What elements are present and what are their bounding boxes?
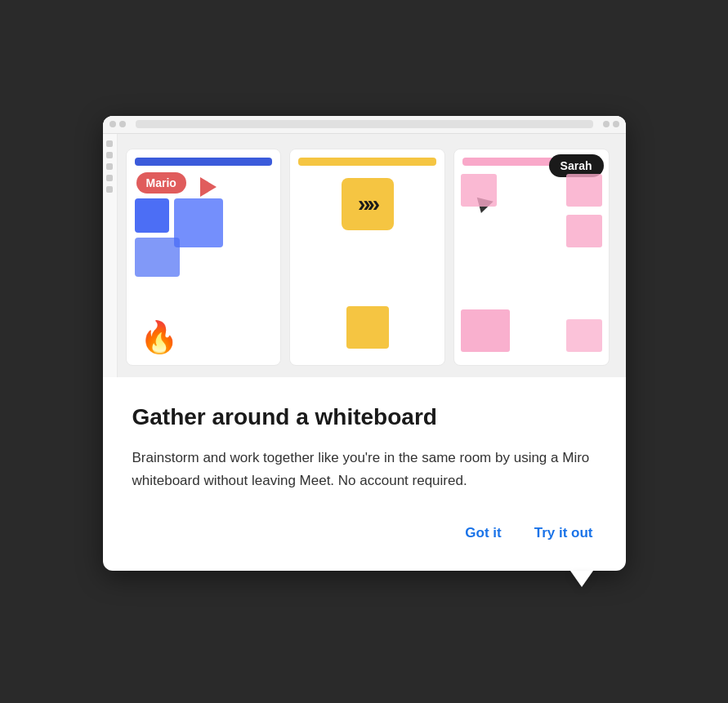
chrome-dot-3: [603, 121, 610, 127]
dialog-actions: Got it Try it out: [132, 518, 596, 548]
fire-sticker: 🔥: [140, 319, 178, 355]
whiteboard-panel-3: Sarah: [453, 149, 610, 366]
chrome-dot-2: [119, 121, 126, 127]
mario-label: Mario: [136, 172, 186, 194]
speech-bubble-tail: [570, 571, 593, 587]
got-it-button[interactable]: Got it: [462, 518, 504, 548]
dialog-content: Gather around a whiteboard Brainstorm an…: [103, 377, 626, 572]
miro-chevrons-icon: »»: [358, 191, 377, 217]
arrow-right-icon: [200, 177, 217, 197]
whiteboard-area: Mario 🔥 »» S: [103, 134, 626, 377]
whiteboard-panel-2: »»: [289, 149, 445, 366]
chrome-dot-1: [109, 121, 116, 127]
dialog-body: Brainstorm and work together like you're…: [132, 447, 596, 492]
dialog-title: Gather around a whiteboard: [132, 403, 596, 431]
pink-sticky-2: [566, 174, 602, 207]
yellow-sticky: [346, 306, 389, 349]
dialog: Mario 🔥 »» S: [103, 116, 626, 572]
pink-sticky-5: [566, 319, 602, 352]
pink-sticky-3: [566, 215, 602, 247]
panel-1-top-bar: [135, 158, 273, 166]
illustration: Mario 🔥 »» S: [103, 116, 626, 377]
try-it-out-button[interactable]: Try it out: [531, 518, 596, 548]
panel-2-top-bar: [298, 158, 436, 166]
dialog-wrapper: Mario 🔥 »» S: [103, 116, 626, 588]
pink-sticky-4: [461, 309, 510, 352]
browser-chrome: [103, 116, 626, 134]
pink-sticky-1: [461, 174, 497, 207]
miro-logo: »»: [342, 178, 394, 230]
chrome-dot-4: [613, 121, 619, 127]
blue-sticky-3: [135, 238, 180, 277]
chrome-address-bar: [136, 120, 593, 128]
blue-sticky-1: [135, 198, 169, 233]
whiteboard-panel-1: Mario 🔥: [126, 149, 282, 366]
blue-sticky-2: [174, 198, 223, 247]
